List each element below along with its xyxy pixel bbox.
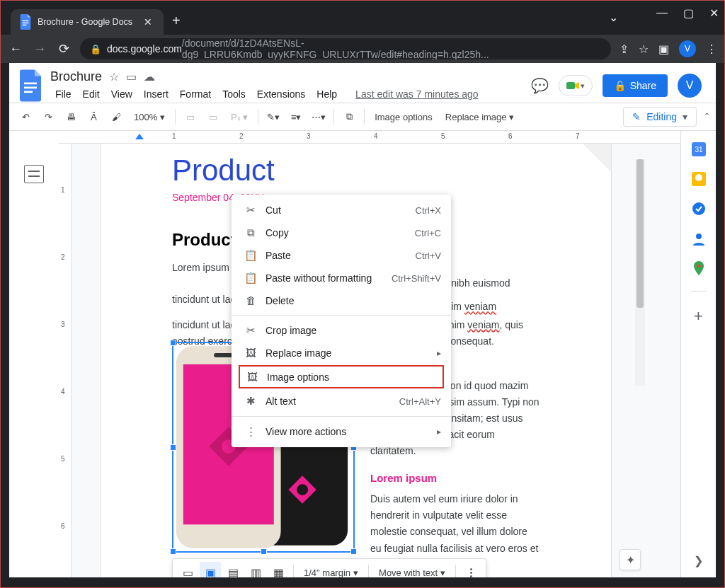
- replace-image-button[interactable]: Replace image ▾: [441, 109, 518, 125]
- zoom-select[interactable]: 100% ▾: [130, 109, 169, 125]
- submenu-arrow-icon: ▸: [437, 348, 441, 358]
- horizontal-ruler[interactable]: 1 2 3 4 5 6 7: [59, 131, 680, 144]
- cloud-status-icon[interactable]: ☁: [144, 70, 155, 83]
- resize-handle[interactable]: [261, 548, 267, 555]
- spellcheck-button[interactable]: Ǎ: [84, 107, 103, 127]
- svg-rect-3: [24, 83, 37, 85]
- cm-image-options[interactable]: 🖼Image options: [243, 369, 440, 385]
- keep-icon[interactable]: [692, 172, 706, 186]
- vertical-scrollbar[interactable]: [635, 159, 645, 386]
- contacts-icon[interactable]: [692, 231, 706, 246]
- new-tab-button[interactable]: +: [164, 7, 189, 35]
- cm-view-more[interactable]: ⋮View more actions▸: [232, 420, 451, 443]
- cm-delete[interactable]: 🗑Delete: [232, 289, 451, 311]
- last-edit-link[interactable]: Last edit was 7 minutes ago: [350, 86, 484, 103]
- redo-button[interactable]: ↷: [39, 107, 57, 127]
- meet-icon: [566, 81, 581, 91]
- menu-view[interactable]: View: [106, 86, 137, 103]
- document-canvas[interactable]: 1 2 3 4 5 6 7 1 2 3 4 5 6: [59, 131, 680, 577]
- svg-point-17: [695, 174, 702, 181]
- border-color-button[interactable]: ✎▾: [264, 107, 282, 127]
- share-button[interactable]: 🔒 Share: [603, 74, 668, 97]
- cm-cut[interactable]: ✂CutCtrl+X: [232, 199, 451, 221]
- explore-button[interactable]: ✦: [620, 549, 641, 570]
- collapse-rail-icon[interactable]: ❯: [694, 554, 703, 567]
- resize-handle[interactable]: [350, 548, 357, 555]
- paint-format-button[interactable]: 🖌: [107, 107, 125, 127]
- add-on-button[interactable]: +: [694, 307, 703, 325]
- outline-toggle-button[interactable]: [24, 165, 44, 183]
- menu-edit[interactable]: Edit: [78, 86, 105, 103]
- wrap-text-button[interactable]: ▣: [200, 562, 221, 577]
- share-label: Share: [630, 80, 656, 91]
- svg-point-19: [696, 234, 702, 239]
- cm-replace-image[interactable]: 🖼Replace image▸: [232, 342, 451, 364]
- trash-icon: 🗑: [241, 294, 260, 306]
- share-url-icon[interactable]: ⇪: [620, 42, 629, 56]
- maps-icon[interactable]: [692, 261, 706, 275]
- close-window-button[interactable]: ✕: [709, 6, 719, 20]
- star-icon[interactable]: ☆: [109, 70, 119, 83]
- cm-paste-plain[interactable]: 📋Paste without formattingCtrl+Shift+V: [232, 267, 451, 289]
- back-button[interactable]: ←: [8, 42, 23, 57]
- vertical-ruler[interactable]: 1 2 3 4 5 6: [59, 144, 72, 577]
- page-title: Product: [172, 154, 540, 188]
- extension-frame-icon[interactable]: ▣: [658, 42, 669, 56]
- resize-handle[interactable]: [170, 444, 176, 451]
- meet-button[interactable]: ▾: [559, 75, 593, 96]
- image-toolbar-overflow[interactable]: [460, 562, 481, 577]
- reload-button[interactable]: ⟳: [56, 41, 72, 57]
- cm-alt-text[interactable]: ✱Alt textCtrl+Alt+Y: [232, 390, 451, 413]
- calendar-icon[interactable]: 31: [692, 142, 706, 156]
- browser-toolbar: ← → ⟳ 🔒 docs.google.com/document/d/1zD4A…: [1, 35, 724, 63]
- address-bar[interactable]: 🔒 docs.google.com/document/d/1zD4AtsENsL…: [80, 38, 611, 59]
- in-front-button[interactable]: ▦: [268, 562, 289, 577]
- docs-logo-icon[interactable]: [18, 69, 43, 103]
- chrome-menu-icon[interactable]: ⋮: [706, 42, 717, 56]
- document-title[interactable]: Brochure: [50, 69, 102, 84]
- svg-point-18: [692, 202, 705, 215]
- resize-handle[interactable]: [170, 548, 176, 555]
- svg-rect-1: [23, 23, 29, 23]
- behind-text-button[interactable]: ▥: [245, 562, 266, 577]
- comments-button[interactable]: 💬: [531, 77, 549, 94]
- cm-crop-image[interactable]: ✂Crop image: [232, 319, 451, 342]
- accessibility-icon: ✱: [241, 395, 260, 408]
- tab-search-icon[interactable]: ⌄: [609, 11, 618, 24]
- resize-handle[interactable]: [170, 340, 176, 346]
- more-icon: ⋮: [241, 425, 260, 438]
- browser-tab[interactable]: Brochure - Google Docs ✕: [11, 9, 164, 35]
- break-text-button[interactable]: ▤: [222, 562, 244, 577]
- image-margin-select[interactable]: 1/4" margin ▾: [298, 565, 364, 578]
- menu-insert[interactable]: Insert: [139, 86, 173, 103]
- image-options-button[interactable]: Image options: [370, 109, 437, 125]
- undo-button[interactable]: ↶: [16, 107, 35, 127]
- tasks-icon[interactable]: [692, 202, 706, 216]
- bookmark-icon[interactable]: ☆: [639, 42, 649, 56]
- crop-button[interactable]: ⧉: [340, 107, 358, 127]
- lock-icon: 🔒: [614, 80, 626, 91]
- account-avatar[interactable]: V: [678, 74, 702, 98]
- forward-button[interactable]: →: [32, 42, 47, 57]
- border-weight-button[interactable]: ≡▾: [287, 107, 305, 127]
- chrome-profile-avatar[interactable]: V: [679, 40, 696, 57]
- menu-file[interactable]: File: [50, 86, 76, 103]
- menu-help[interactable]: Help: [312, 86, 342, 103]
- toolbar-overflow-icon[interactable]: ˆ: [705, 111, 709, 123]
- tab-close-button[interactable]: ✕: [141, 16, 155, 28]
- print-button[interactable]: 🖶: [62, 107, 80, 127]
- move-with-text-select[interactable]: Move with text ▾: [373, 565, 451, 578]
- menu-extensions[interactable]: Extensions: [252, 86, 310, 103]
- border-dash-button[interactable]: ⋯▾: [309, 107, 328, 127]
- maximize-button[interactable]: ▢: [683, 6, 694, 20]
- inline-wrap-button[interactable]: ▭: [177, 562, 198, 577]
- menu-tools[interactable]: Tools: [217, 86, 251, 103]
- url-host: docs.google.com: [107, 43, 182, 54]
- move-icon[interactable]: ▭: [126, 70, 137, 83]
- cm-paste[interactable]: 📋PasteCtrl+V: [232, 244, 451, 267]
- menu-format[interactable]: Format: [175, 86, 216, 103]
- editing-mode-select[interactable]: ✎ Editing ▾: [623, 107, 697, 127]
- svg-text:31: 31: [695, 146, 703, 154]
- cm-copy[interactable]: ⧉CopyCtrl+C: [232, 221, 451, 244]
- minimize-button[interactable]: —: [656, 6, 668, 20]
